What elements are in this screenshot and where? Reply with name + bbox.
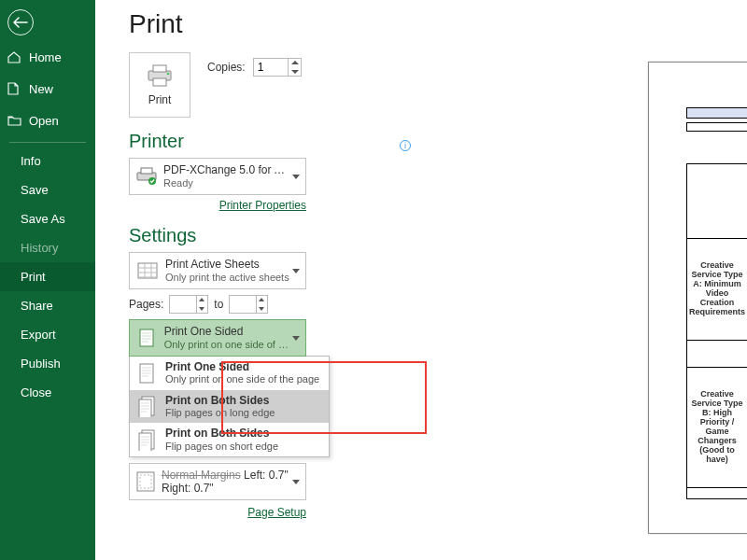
chevron-down-icon xyxy=(292,175,300,179)
print-preview: Creative Service Type A: Minimum Video C… xyxy=(648,62,747,534)
sidebar-item-share[interactable]: Share xyxy=(0,291,95,320)
printer-dropdown[interactable]: PDF-XChange 5.0 for ABBY… Ready xyxy=(129,158,306,195)
sidebar-item-open[interactable]: Open xyxy=(0,105,95,136)
sidebar-item-print[interactable]: Print xyxy=(0,262,95,291)
option-sub: Flip pages on long edge xyxy=(165,407,275,419)
document-icon xyxy=(7,82,21,95)
page-single-icon xyxy=(135,326,159,350)
page-flip-short-icon xyxy=(135,427,158,452)
margins-icon xyxy=(135,469,156,494)
preview-header-row xyxy=(686,107,747,119)
sidebar-item-close[interactable]: Close xyxy=(0,378,95,407)
preview-cell-b-text: Creative Service Type B: High Priority /… xyxy=(689,390,745,464)
printer-status-icon xyxy=(135,164,158,189)
sidebar-item-export[interactable]: Export xyxy=(0,320,95,349)
svg-rect-7 xyxy=(138,263,157,278)
svg-rect-2 xyxy=(153,78,166,86)
sidebar-item-label: Home xyxy=(29,50,62,64)
preview-cell-b: Creative Service Type B: High Priority /… xyxy=(686,367,747,488)
stepper-arrows-icon[interactable] xyxy=(288,59,301,76)
svg-rect-8 xyxy=(140,329,153,346)
sides-selected-title: Print One Sided xyxy=(164,326,290,339)
sidebar-item-label: Open xyxy=(29,114,59,128)
sidebar-item-save[interactable]: Save xyxy=(0,175,95,204)
home-icon xyxy=(7,51,21,63)
sidebar-item-new[interactable]: New xyxy=(0,73,95,105)
sidebar-item-info[interactable]: Info xyxy=(0,147,95,175)
pages-from-stepper[interactable] xyxy=(169,295,208,314)
print-button[interactable]: Print xyxy=(129,52,190,118)
copies-label: Copies: xyxy=(207,61,246,74)
page-setup-link[interactable]: Page Setup xyxy=(247,506,306,519)
option-sub: Flip pages on short edge xyxy=(165,441,278,453)
sidebar-separator xyxy=(9,142,86,143)
printer-status: Ready xyxy=(163,177,290,189)
print-button-label: Print xyxy=(148,93,172,106)
chevron-down-icon xyxy=(292,480,300,484)
sidebar-item-publish[interactable]: Publish xyxy=(0,349,95,378)
sheets-icon xyxy=(135,259,160,283)
svg-point-3 xyxy=(167,73,170,76)
copies-input[interactable] xyxy=(254,59,286,76)
print-what-sub: Only print the active sheets xyxy=(165,272,289,284)
sides-option-both-long[interactable]: Print on Both Sides Flip pages on long e… xyxy=(130,390,329,424)
option-sub: Only print on one side of the page xyxy=(165,373,319,385)
chevron-down-icon xyxy=(292,336,300,341)
option-title: Print One Sided xyxy=(165,360,319,373)
sidebar-item-home[interactable]: Home xyxy=(0,41,95,73)
sides-option-one-sided[interactable]: Print One Sided Only print on one side o… xyxy=(130,357,329,390)
stepper-arrows-icon[interactable] xyxy=(256,296,267,313)
stepper-arrows-icon[interactable] xyxy=(196,296,207,313)
sidebar-item-label: New xyxy=(29,82,53,96)
copies-stepper[interactable] xyxy=(253,58,302,77)
back-icon[interactable] xyxy=(7,9,34,35)
sidebar-item-saveas[interactable]: Save As xyxy=(0,204,95,233)
chevron-down-icon xyxy=(292,269,300,273)
pages-to-label: to xyxy=(214,298,223,311)
page-flip-long-icon xyxy=(135,394,158,418)
option-title: Print on Both Sides xyxy=(165,394,275,407)
print-what-dropdown[interactable]: Print Active Sheets Only print the activ… xyxy=(129,252,306,289)
backstage-sidebar: Home New Open Info Save Save As History … xyxy=(0,0,95,560)
sides-option-both-short[interactable]: Print on Both Sides Flip pages on short … xyxy=(130,423,329,456)
preview-subheader-row xyxy=(686,122,747,132)
printer-properties-link[interactable]: Printer Properties xyxy=(219,199,306,212)
printer-info-icon[interactable]: i xyxy=(400,140,411,151)
print-what-title: Print Active Sheets xyxy=(165,259,289,272)
printer-name: PDF-XChange 5.0 for ABBY… xyxy=(163,164,290,177)
page-title: Print xyxy=(129,9,747,39)
preview-cell-a: Creative Service Type A: Minimum Video C… xyxy=(686,238,747,341)
margins-dropdown[interactable]: Normal Margins Left: 0.7" Right: 0.7" xyxy=(129,463,306,500)
pages-label: Pages: xyxy=(129,298,163,311)
sidebar-item-history[interactable]: History xyxy=(0,233,95,262)
page-single-icon xyxy=(135,361,158,385)
option-title: Print on Both Sides xyxy=(165,427,278,440)
svg-rect-5 xyxy=(141,168,152,174)
sides-dropdown[interactable]: Print One Sided Only print on one side o… xyxy=(129,319,306,357)
folder-open-icon xyxy=(7,115,21,126)
preview-cell-a-text: Creative Service Type A: Minimum Video C… xyxy=(689,261,745,316)
sides-dropdown-list: Print One Sided Only print on one side o… xyxy=(129,356,330,457)
printer-icon xyxy=(145,63,175,88)
svg-rect-1 xyxy=(153,65,166,72)
sides-selected-sub: Only print on one side of th… xyxy=(164,339,290,351)
pages-to-stepper[interactable] xyxy=(229,295,268,314)
margins-title: Normal Margins xyxy=(162,469,241,482)
